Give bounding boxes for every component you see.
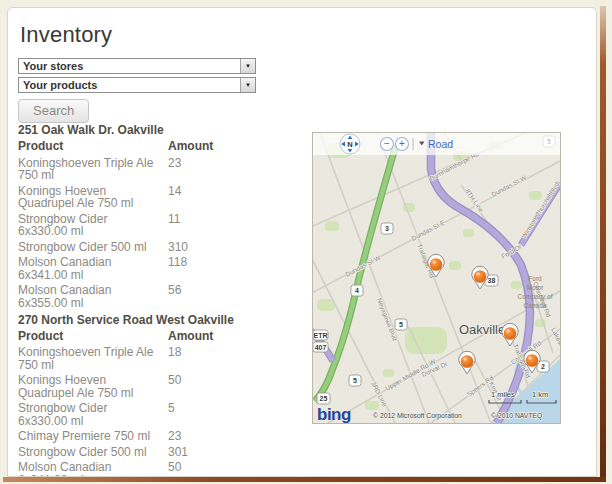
product-cell: Strongbow Cider 500 ml (18, 446, 168, 459)
zoom-in-button[interactable]: + (396, 138, 409, 151)
svg-text:© 2010 NAVTEQ: © 2010 NAVTEQ (491, 412, 542, 420)
svg-text:25: 25 (320, 395, 328, 402)
table-row: Molson Canadian 6x355.00 ml56 (18, 283, 262, 311)
table-row: Molson Canadian 6x341.00 ml118 (18, 255, 262, 283)
product-cell: Strongbow Cider 500 ml (18, 241, 168, 254)
amount-cell: 5 (168, 402, 262, 427)
svg-text:© 2012 Microsoft Corporation: © 2012 Microsoft Corporation (373, 412, 462, 420)
table-row: Strongbow Cider 6x330.00 ml11 (18, 211, 262, 239)
amount-cell: 310 (168, 241, 262, 254)
product-cell: Molson Canadian 6x341.00 ml (18, 461, 168, 477)
svg-text:4: 4 (355, 287, 359, 294)
amount-cell: 50 (168, 461, 262, 477)
products-dropdown-value: Your products (19, 78, 240, 92)
product-cell: Chimay Premiere 750 ml (18, 430, 168, 443)
product-cell: Koningshoeven Triple Ale 750 ml (18, 157, 168, 182)
col-product: Product (18, 329, 168, 343)
product-cell: Strongbow Cider 6x330.00 ml (18, 402, 168, 427)
amount-cell: 301 (168, 446, 262, 459)
filter-bar: Your stores ▼ Your products ▼ Search (18, 58, 256, 123)
frame-border-bottom (3, 477, 606, 482)
table-row: Konings Hoeven Quadrupel Ale 750 ml14 (18, 183, 262, 211)
svg-text:Canada: Canada (524, 302, 547, 309)
table-row: Strongbow Cider 500 ml301 (18, 444, 262, 460)
table-row: Chimay Premiere 750 ml23 (18, 429, 262, 445)
amount-cell: 23 (168, 430, 262, 443)
table-row: Strongbow Cider 500 ml310 (18, 239, 262, 255)
bing-map[interactable]: Burnhamthorpe Rd Dundas St W Dundas St E… (312, 132, 561, 424)
compass-control[interactable]: N (340, 134, 360, 154)
amount-cell: 23 (168, 157, 262, 182)
amount-cell: 118 (168, 256, 262, 281)
search-button[interactable]: Search (18, 99, 89, 123)
table-row: Molson Canadian 6x341.00 ml50 (18, 460, 262, 478)
product-cell: Koningshoeven Triple Ale 750 ml (18, 346, 168, 371)
stores-dropdown[interactable]: Your stores ▼ (18, 58, 256, 74)
product-cell: Konings Hoeven Quadrupel Ale 750 ml (18, 374, 168, 399)
bing-logo[interactable]: bing (317, 405, 351, 423)
svg-text:Ford: Ford (528, 275, 542, 282)
svg-text:Motor: Motor (527, 284, 544, 291)
amount-cell: 50 (168, 374, 262, 399)
plus-icon: + (399, 138, 405, 149)
col-product: Product (18, 139, 168, 153)
inventory-list: 251 Oak Walk Dr. Oakville Product Amount… (18, 121, 262, 477)
store-heading: 270 North Service Road West Oakville (18, 311, 262, 328)
chevron-down-icon[interactable]: ▼ (240, 59, 255, 73)
svg-text:3: 3 (385, 225, 389, 232)
store-heading: 251 Oak Walk Dr. Oakville (18, 121, 262, 138)
svg-text:5: 5 (399, 321, 403, 328)
page-title: Inventory (20, 22, 596, 48)
chevron-down-icon[interactable]: ▼ (240, 78, 255, 92)
svg-text:38: 38 (488, 277, 496, 284)
map-copyright: © 2012 Microsoft Corporation © 2010 NAVT… (373, 412, 542, 420)
map-style-label: Road (428, 138, 453, 150)
svg-text:Company of: Company of (517, 293, 552, 301)
product-cell: Molson Canadian 6x355.00 ml (18, 284, 168, 309)
content-panel: Inventory Your stores ▼ Your products ▼ … (7, 7, 597, 477)
svg-text:1 km: 1 km (532, 390, 548, 399)
svg-text:2: 2 (541, 363, 545, 370)
table-row: Koningshoeven Triple Ale 750 ml18 (18, 345, 262, 373)
table-header: Product Amount (18, 328, 262, 345)
minus-icon: − (384, 138, 390, 149)
product-cell: Konings Hoeven Quadrupel Ale 750 ml (18, 185, 168, 210)
amount-cell: 56 (168, 284, 262, 309)
col-amount: Amount (168, 329, 262, 343)
products-dropdown[interactable]: Your products ▼ (18, 77, 256, 93)
city-label: Oakville (459, 322, 505, 337)
product-cell: Molson Canadian 6x341.00 ml (18, 256, 168, 281)
table-row: Konings Hoeven Quadrupel Ale 750 ml50 (18, 373, 262, 401)
table-row: Strongbow Cider 6x330.00 ml5 (18, 401, 262, 429)
amount-cell: 18 (168, 346, 262, 371)
compass-north-label: N (347, 140, 352, 149)
amount-cell: 11 (168, 213, 262, 238)
table-header: Product Amount (18, 138, 262, 155)
svg-text:407: 407 (315, 344, 327, 351)
amount-cell: 14 (168, 185, 262, 210)
product-cell: Strongbow Cider 6x330.00 ml (18, 213, 168, 238)
frame-border-right (600, 6, 606, 482)
svg-text:1 miles: 1 miles (491, 390, 515, 399)
svg-text:5: 5 (353, 377, 357, 384)
page: Inventory Your stores ▼ Your products ▼ … (0, 0, 612, 484)
col-amount: Amount (168, 139, 262, 153)
table-row: Koningshoeven Triple Ale 750 ml23 (18, 155, 262, 183)
svg-text:ETR: ETR (314, 332, 328, 339)
stores-dropdown-value: Your stores (19, 59, 240, 73)
zoom-out-button[interactable]: − (381, 138, 394, 151)
